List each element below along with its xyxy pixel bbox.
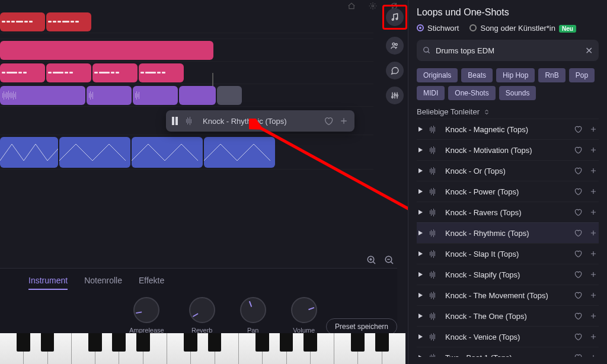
play-icon[interactable] — [417, 292, 424, 299]
tag[interactable]: Originals — [417, 68, 458, 82]
audio-clip[interactable] — [204, 137, 275, 168]
loop-item[interactable]: Knock - Slapify (Tops) — [417, 264, 599, 285]
knob-reverb[interactable]: Reverb — [189, 297, 215, 334]
chat-button[interactable] — [386, 62, 404, 79]
audio-clip[interactable] — [59, 137, 130, 168]
favorite-icon[interactable] — [574, 229, 583, 237]
tab-effekte[interactable]: Effekte — [139, 276, 164, 290]
tag[interactable]: Beats — [461, 68, 493, 82]
favorite-icon[interactable] — [574, 333, 583, 341]
scale-filter[interactable]: Beliebige Tonleiter — [417, 107, 599, 116]
track-row[interactable] — [0, 33, 373, 39]
favorite-icon[interactable] — [574, 146, 583, 154]
audio-clip[interactable] — [139, 63, 184, 82]
add-icon[interactable] — [589, 208, 599, 216]
zoom-in-button[interactable] — [366, 255, 377, 266]
piano-key[interactable] — [239, 333, 263, 364]
favorite-icon[interactable] — [574, 291, 583, 299]
track-row[interactable] — [0, 39, 373, 62]
favorite-icon[interactable] — [574, 125, 583, 133]
play-icon[interactable] — [417, 126, 424, 133]
pause-icon[interactable] — [172, 117, 180, 125]
play-icon[interactable] — [417, 271, 424, 278]
play-icon[interactable] — [417, 146, 424, 154]
play-icon[interactable] — [417, 354, 424, 357]
audio-clip[interactable] — [133, 86, 178, 105]
piano-key[interactable] — [0, 333, 24, 364]
favorite-icon[interactable] — [574, 270, 583, 279]
piano-key-black[interactable] — [255, 333, 269, 352]
tab-instrument[interactable]: Instrument — [28, 276, 68, 290]
piano-key[interactable] — [334, 333, 358, 364]
loop-item[interactable]: Knock - Venice (Tops) — [417, 326, 599, 347]
piano-key[interactable] — [72, 333, 95, 364]
loop-item[interactable]: Two - Beat 1 (Tops) — [417, 347, 599, 357]
favorite-icon[interactable] — [574, 208, 583, 216]
add-icon[interactable] — [589, 250, 599, 258]
radio-song[interactable]: Song oder Künstler*inNeu — [469, 24, 576, 33]
loop-item[interactable]: Knock - Magnetic (Tops) — [417, 119, 599, 139]
favorite-icon[interactable] — [324, 116, 333, 126]
play-icon[interactable] — [417, 188, 424, 195]
add-icon[interactable] — [589, 312, 599, 320]
audio-clip[interactable] — [132, 137, 203, 168]
loop-item[interactable]: Knock - Motivation (Tops) — [417, 139, 599, 160]
piano-key-black[interactable] — [41, 333, 55, 352]
add-icon[interactable] — [589, 353, 599, 357]
tag[interactable]: Pop — [569, 68, 595, 82]
piano-key-black[interactable] — [351, 333, 365, 352]
track-row[interactable] — [0, 84, 373, 107]
audio-clip[interactable] — [92, 63, 138, 82]
piano-key-black[interactable] — [280, 333, 293, 352]
piano-key-black[interactable] — [136, 333, 150, 352]
mixer-button[interactable] — [386, 87, 404, 104]
knob-volume[interactable]: Volume — [291, 297, 317, 334]
audio-clip[interactable] — [46, 12, 91, 31]
loops-library-button[interactable] — [386, 8, 404, 26]
loop-item[interactable]: Knock - Slap It (Tops) — [417, 243, 599, 264]
audio-clip[interactable] — [0, 63, 45, 82]
audio-clip[interactable] — [0, 41, 213, 60]
add-icon[interactable] — [589, 125, 599, 133]
audio-clip-placeholder[interactable] — [217, 86, 242, 105]
add-icon[interactable] — [589, 333, 599, 341]
tag[interactable]: Sounds — [499, 86, 536, 100]
knob-amprelease[interactable]: Amprelease — [129, 297, 164, 334]
audio-clip[interactable] — [0, 86, 85, 105]
add-icon[interactable] — [589, 167, 599, 175]
loop-item[interactable]: Knock - The Movement (Tops) — [417, 285, 599, 305]
radio-stichwort[interactable]: Stichwort — [417, 24, 459, 33]
add-icon[interactable] — [589, 187, 599, 196]
loop-item[interactable]: Knock - The One (Tops) — [417, 305, 599, 326]
favorite-icon[interactable] — [574, 167, 583, 175]
play-icon[interactable] — [417, 167, 424, 174]
piano-key-black[interactable] — [304, 333, 317, 352]
dragged-loop-chip[interactable]: Knock - Rhythmic (Tops) — [166, 110, 354, 132]
piano-key-black[interactable] — [375, 333, 389, 352]
loop-item[interactable]: Knock - Ravers (Tops) — [417, 202, 599, 222]
audio-clip[interactable] — [0, 137, 58, 168]
add-icon[interactable] — [339, 116, 349, 126]
audio-clip[interactable] — [87, 86, 132, 105]
play-icon[interactable] — [417, 333, 424, 340]
save-preset-button[interactable]: Preset speichern — [326, 318, 397, 335]
piano-key-black[interactable] — [184, 333, 197, 352]
audio-clip[interactable] — [46, 63, 91, 82]
play-icon[interactable] — [417, 250, 424, 257]
tag[interactable]: Hip Hop — [496, 68, 535, 82]
piano-key[interactable] — [167, 333, 191, 364]
tab-notenrolle[interactable]: Notenrolle — [84, 276, 122, 290]
favorite-icon[interactable] — [574, 250, 583, 258]
tag[interactable]: MIDI — [417, 86, 445, 100]
audio-clip[interactable] — [0, 12, 45, 31]
play-icon[interactable] — [417, 209, 424, 216]
zoom-out-button[interactable] — [384, 255, 395, 266]
loop-list[interactable]: Knock - Magnetic (Tops) Knock - Motivati… — [417, 119, 599, 357]
piano-key-black[interactable] — [208, 333, 222, 352]
piano-key-black[interactable] — [112, 333, 126, 352]
add-icon[interactable] — [589, 291, 599, 299]
audio-clip[interactable] — [179, 86, 216, 105]
tag[interactable]: One-Shots — [448, 86, 495, 100]
piano-key-black[interactable] — [88, 333, 102, 352]
collaborators-button[interactable] — [386, 37, 404, 55]
